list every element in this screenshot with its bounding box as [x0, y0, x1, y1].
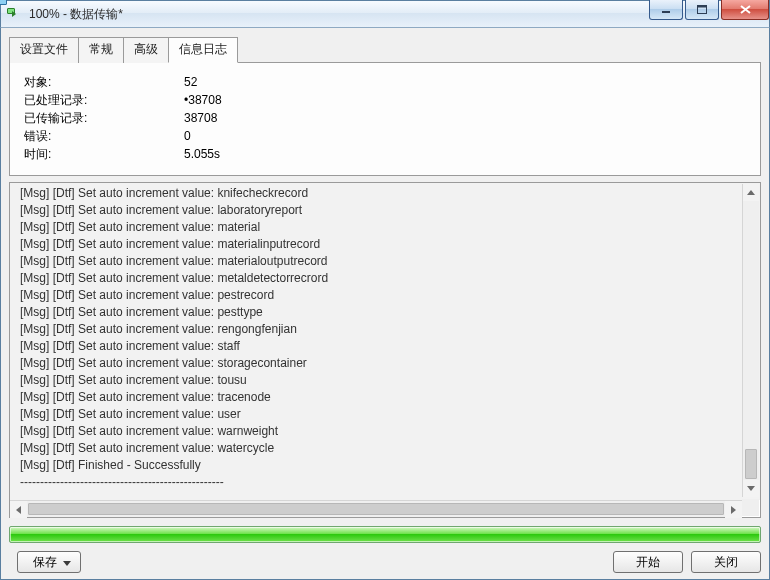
- tab-label: 常规: [89, 42, 113, 56]
- progress-bar: [9, 526, 761, 543]
- chevron-left-icon: [16, 506, 21, 514]
- scroll-down-button[interactable]: [743, 480, 759, 497]
- log-line: [Msg] [Dtf] Set auto increment value: us…: [20, 406, 758, 423]
- tab-label: 设置文件: [20, 42, 68, 56]
- summary-row-objects: 对象: 52: [24, 73, 746, 91]
- summary-row-errors: 错误: 0: [24, 127, 746, 145]
- svg-rect-0: [662, 11, 670, 13]
- maximize-icon: [697, 5, 707, 14]
- vertical-scroll-thumb[interactable]: [745, 449, 757, 479]
- log-line: ----------------------------------------…: [20, 474, 758, 491]
- minimize-icon: [661, 6, 671, 14]
- log-line: [Msg] [Dtf] Set auto increment value: st…: [20, 355, 758, 372]
- tab-label: 信息日志: [179, 42, 227, 56]
- log-line: [Msg] [Dtf] Set auto increment value: wa…: [20, 440, 758, 457]
- client-area: 设置文件 常规 高级 信息日志 对象: 52 已处理记录: •38708 已传输…: [0, 28, 770, 580]
- summary-value: 52: [184, 73, 197, 91]
- start-button-label: 开始: [636, 554, 660, 571]
- log-panel: [Msg] [Dtf] Set auto increment value: kn…: [9, 182, 761, 518]
- log-line: [Msg] [Dtf] Set auto increment value: wa…: [20, 423, 758, 440]
- summary-label: 对象:: [24, 73, 184, 91]
- close-button[interactable]: 关闭: [691, 551, 761, 573]
- summary-row-processed: 已处理记录: •38708: [24, 91, 746, 109]
- log-line: [Msg] [Dtf] Set auto increment value: tr…: [20, 389, 758, 406]
- scroll-corner: [742, 499, 759, 516]
- summary-label: 已处理记录:: [24, 91, 184, 109]
- tab-settings-file[interactable]: 设置文件: [9, 37, 79, 63]
- log-line: [Msg] [Dtf] Set auto increment value: pe…: [20, 287, 758, 304]
- log-line: [Msg] [Dtf] Set auto increment value: me…: [20, 270, 758, 287]
- summary-value: 38708: [184, 109, 217, 127]
- title-bar: 100% - 数据传输*: [0, 0, 770, 28]
- horizontal-scrollbar[interactable]: [10, 500, 742, 517]
- log-line: [Msg] [Dtf] Finished - Successfully: [20, 457, 758, 474]
- chevron-up-icon: [747, 190, 755, 195]
- tab-advanced[interactable]: 高级: [123, 37, 169, 63]
- tab-general[interactable]: 常规: [78, 37, 124, 63]
- close-button-label: 关闭: [714, 554, 738, 571]
- tab-row: 设置文件 常规 高级 信息日志: [9, 36, 761, 62]
- log-line: [Msg] [Dtf] Set auto increment value: re…: [20, 321, 758, 338]
- summary-label: 错误:: [24, 127, 184, 145]
- svg-rect-2: [698, 6, 707, 8]
- dropdown-caret-icon: [63, 555, 71, 569]
- log-line: [Msg] [Dtf] Set auto increment value: st…: [20, 338, 758, 355]
- scroll-right-button[interactable]: [725, 501, 742, 518]
- save-button[interactable]: 保存: [17, 551, 81, 573]
- chevron-down-icon: [747, 486, 755, 491]
- app-icon: [7, 6, 23, 22]
- button-row: 保存 开始 关闭: [9, 551, 761, 573]
- vertical-scrollbar[interactable]: [742, 184, 759, 497]
- save-button-label: 保存: [33, 554, 57, 571]
- close-icon: [740, 5, 751, 14]
- chevron-right-icon: [731, 506, 736, 514]
- log-line: [Msg] [Dtf] Set auto increment value: la…: [20, 202, 758, 219]
- summary-panel: 对象: 52 已处理记录: •38708 已传输记录: 38708 错误: 0 …: [9, 62, 761, 176]
- summary-label: 时间:: [24, 145, 184, 163]
- tab-label: 高级: [134, 42, 158, 56]
- scroll-up-button[interactable]: [743, 184, 759, 201]
- log-line: [Msg] [Dtf] Set auto increment value: ma…: [20, 236, 758, 253]
- summary-row-transferred: 已传输记录: 38708: [24, 109, 746, 127]
- log-line: [Msg] [Dtf] Set auto increment value: ma…: [20, 219, 758, 236]
- summary-value: 5.055s: [184, 145, 220, 163]
- tab-message-log[interactable]: 信息日志: [168, 37, 238, 63]
- scroll-left-button[interactable]: [10, 501, 27, 518]
- summary-value: 0: [184, 127, 191, 145]
- window-title: 100% - 数据传输*: [29, 6, 123, 23]
- summary-label: 已传输记录:: [24, 109, 184, 127]
- maximize-button[interactable]: [685, 0, 719, 20]
- log-text-area[interactable]: [Msg] [Dtf] Set auto increment value: kn…: [10, 183, 760, 500]
- log-line: [Msg] [Dtf] Set auto increment value: to…: [20, 372, 758, 389]
- minimize-button[interactable]: [649, 0, 683, 20]
- log-line: [Msg] [Dtf] Set auto increment value: ma…: [20, 253, 758, 270]
- log-line: [Msg] [Dtf] Set auto increment value: pe…: [20, 304, 758, 321]
- summary-value: •38708: [184, 91, 222, 109]
- horizontal-scroll-thumb[interactable]: [28, 503, 724, 515]
- summary-row-time: 时间: 5.055s: [24, 145, 746, 163]
- close-window-button[interactable]: [721, 0, 769, 20]
- log-line: [Msg] [Dtf] Set auto increment value: kn…: [20, 185, 758, 202]
- start-button[interactable]: 开始: [613, 551, 683, 573]
